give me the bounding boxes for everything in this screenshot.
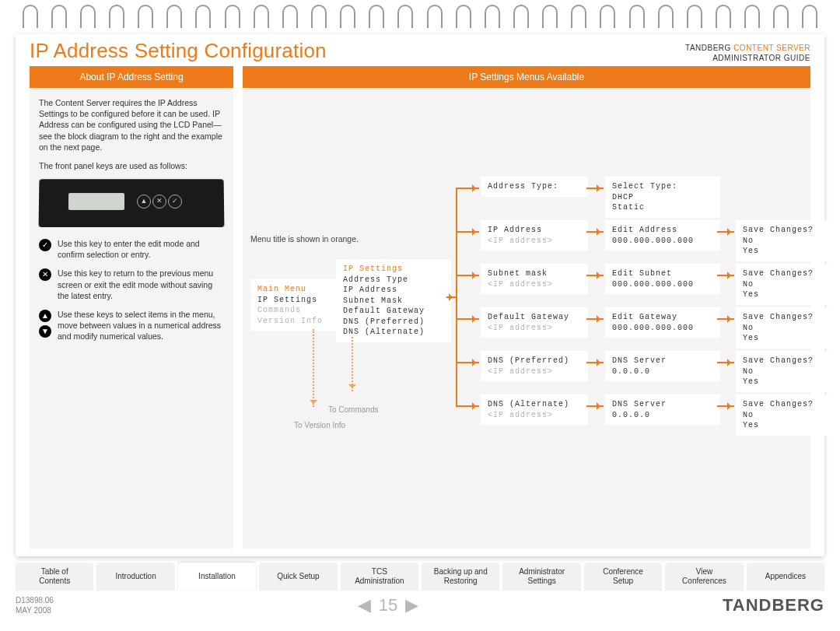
main-menu-title: Main Menu: [257, 284, 335, 295]
doc-date: MAY 2008: [16, 605, 54, 615]
tab-tcs-admin[interactable]: TCSAdministration: [341, 563, 418, 591]
box-edit-gateway: Edit Gateway 000.000.000.000: [605, 307, 720, 338]
arrow-up-icon: ▲: [39, 310, 51, 322]
connector-icon: [456, 275, 479, 276]
about-panel: About IP Address Setting The Content Ser…: [30, 66, 233, 549]
arrow-down-icon: ▼: [39, 325, 51, 338]
tab-quick-setup[interactable]: Quick Setup: [259, 563, 337, 591]
box-select-type: Select Type: DHCP Static: [605, 177, 720, 218]
box-dns-alternate: DNS (Alternate) <IP address>: [481, 394, 588, 425]
device-illustration: ▲ ✕ ✓: [39, 179, 225, 227]
box-save-dns-alt: Save Changes? No Yes: [736, 394, 835, 436]
brand-subtitle: ADMINISTRATOR GUIDE: [685, 53, 810, 63]
tab-admin-settings[interactable]: AdministratorSettings: [502, 563, 580, 591]
box-dns-preferred: DNS (Preferred) <IP address>: [481, 351, 588, 381]
ip-settings-item-subnet: Subnet Mask: [343, 296, 444, 307]
key-arrows-description: Use these keys to select items in the me…: [58, 309, 224, 342]
device-button-up-icon: ▲: [137, 195, 151, 209]
box-save-subnet: Save Changes? No Yes: [736, 264, 835, 305]
ip-settings-title: IP Settings: [343, 264, 444, 275]
box-save-gateway: Save Changes? No Yes: [736, 307, 835, 349]
about-heading: About IP Address Setting: [30, 66, 233, 88]
next-page-icon[interactable]: ▶: [405, 595, 418, 615]
box-dns-server-alt: DNS Server 0.0.0.0: [605, 394, 720, 425]
box-edit-address: Edit Address 000.000.000.000: [605, 220, 720, 251]
menu-diagram: Menu title is shown in orange. Main Menu…: [250, 96, 803, 531]
about-paragraph-1: The Content Server requires the IP Addre…: [39, 97, 224, 152]
page: IP Address Setting Configuration TANDBER…: [0, 0, 840, 615]
diagram-panel: IP Settings Menus Available Menu title i…: [243, 66, 810, 549]
ip-settings-item-gateway: Default Gateway: [343, 306, 444, 317]
chapter-tabs: Table ofContents Introduction Installati…: [16, 563, 824, 591]
connector-icon: [717, 362, 734, 363]
spiral-binding: [0, 0, 840, 34]
connector-icon: [586, 188, 604, 189]
box-addresstype: Address Type:: [481, 177, 588, 197]
key-cancel-description: Use this key to return to the previous m…: [58, 268, 224, 301]
connector-icon: [456, 188, 479, 189]
connector-icon: [586, 362, 604, 363]
connector-icon: [456, 188, 457, 407]
doc-meta: D13898.06 MAY 2008: [16, 595, 54, 615]
tab-introduction[interactable]: Introduction: [96, 563, 174, 591]
dotted-arrow-version-icon: [313, 329, 314, 407]
page-footer: D13898.06 MAY 2008 ◀ 15 ▶ TANDBERG: [16, 595, 824, 615]
connector-icon: [586, 275, 604, 276]
box-gateway: Default Gateway <IP address>: [481, 307, 588, 338]
cancel-icon: ✕: [39, 268, 51, 281]
box-dns-server-pref: DNS Server 0.0.0.0: [605, 351, 720, 381]
label-to-commands: To Commands: [328, 405, 378, 414]
connector-icon: [586, 405, 604, 407]
note-orange-title: Menu title is shown in orange.: [250, 234, 359, 244]
tab-view-conferences[interactable]: ViewConferences: [665, 563, 743, 591]
connector-icon: [717, 231, 734, 233]
ip-settings-item-ipaddress: IP Address: [343, 285, 444, 296]
page-title: IP Address Setting Configuration: [30, 39, 327, 63]
page-number: 15: [379, 595, 397, 615]
ip-settings-item-dnsalt: DNS (Alternate): [343, 327, 444, 338]
connector-icon: [446, 296, 456, 298]
doc-number: D13898.06: [16, 595, 54, 605]
tab-backup-restore[interactable]: Backing up andRestoring: [422, 563, 499, 591]
ip-settings-item-addresstype: Address Type: [343, 275, 444, 286]
connector-icon: [586, 231, 604, 233]
tab-conference-setup[interactable]: ConferenceSetup: [584, 563, 662, 591]
tab-toc[interactable]: Table ofContents: [16, 563, 93, 591]
connector-icon: [717, 275, 734, 276]
main-menu-item-commands: Commands: [257, 305, 335, 316]
box-save-ip: Save Changes? No Yes: [736, 220, 835, 261]
brand-name: TANDBERG: [685, 44, 733, 52]
pager: ◀ 15 ▶: [358, 595, 418, 615]
connector-icon: [717, 318, 734, 320]
about-paragraph-2: The front panel keys are used as follows…: [39, 160, 224, 171]
tab-appendices[interactable]: Appendices: [747, 563, 824, 591]
sheet: IP Address Setting Configuration TANDBER…: [16, 34, 824, 556]
box-save-dns-pref: Save Changes? No Yes: [736, 351, 835, 392]
main-menu-box: Main Menu IP Settings Commands Version I…: [250, 279, 342, 331]
connector-icon: [456, 318, 479, 320]
key-check-description: Use this key to enter the edit mode and …: [58, 238, 224, 260]
check-icon: ✓: [39, 239, 51, 251]
connector-icon: [456, 405, 479, 407]
device-button-cancel-icon: ✕: [152, 195, 166, 209]
main-menu-item-ipsettings: IP Settings: [257, 295, 335, 306]
main-menu-item-versioninfo: Version Info: [257, 316, 335, 327]
connector-icon: [586, 318, 604, 320]
box-ipaddress: IP Address <IP address>: [481, 220, 588, 251]
device-button-confirm-icon: ✓: [168, 195, 182, 209]
connector-icon: [456, 231, 479, 233]
vendor-logo: TANDBERG: [723, 595, 824, 615]
label-to-version: To Version Info: [294, 421, 345, 429]
dotted-arrow-commands-icon: [352, 337, 353, 391]
ip-settings-box: IP Settings Address Type IP Address Subn…: [336, 259, 451, 342]
brand-product: CONTENT SERVER: [733, 44, 810, 52]
diagram-heading: IP Settings Menus Available: [243, 66, 810, 88]
prev-page-icon[interactable]: ◀: [358, 595, 371, 615]
device-lcd: [68, 193, 124, 210]
tab-installation[interactable]: Installation: [178, 563, 256, 591]
box-edit-subnet: Edit Subnet 000.000.000.000: [605, 264, 720, 294]
ip-settings-item-dnspref: DNS (Preferred): [343, 317, 444, 328]
connector-icon: [717, 405, 734, 407]
brand-block: TANDBERG CONTENT SERVER ADMINISTRATOR GU…: [685, 43, 810, 63]
box-subnet: Subnet mask <IP address>: [481, 264, 588, 294]
